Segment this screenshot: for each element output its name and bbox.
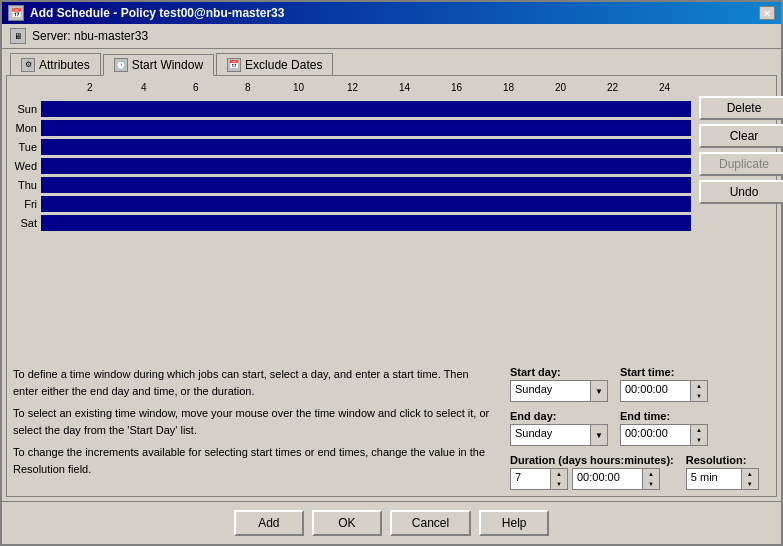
- start-time-group: Start time: 00:00:00 ▲ ▼: [620, 366, 708, 402]
- day-row-fri[interactable]: Fri: [13, 195, 691, 213]
- duration-time-input[interactable]: 00:00:00: [572, 468, 642, 490]
- server-bar: 🖥 Server: nbu-master33: [2, 24, 781, 49]
- day-bar-tue[interactable]: [41, 139, 691, 155]
- help-button[interactable]: Help: [479, 510, 549, 536]
- day-bar-sun[interactable]: [41, 101, 691, 117]
- end-day-arrow[interactable]: ▼: [590, 424, 608, 446]
- duration-time-value: 00:00:00: [577, 471, 620, 483]
- start-time-up[interactable]: ▲: [691, 381, 707, 391]
- exclude-dates-icon: 📅: [227, 58, 241, 72]
- day-row-wed[interactable]: Wed: [13, 157, 691, 175]
- resolution-up[interactable]: ▲: [742, 469, 758, 479]
- day-bar-wed[interactable]: [41, 158, 691, 174]
- duration-days-down[interactable]: ▼: [551, 479, 567, 489]
- day-bar-fri[interactable]: [41, 196, 691, 212]
- tab-exclude-dates-label: Exclude Dates: [245, 58, 322, 72]
- day-row-tue[interactable]: Tue: [13, 138, 691, 156]
- day-bar-thu[interactable]: [41, 177, 691, 193]
- tab-exclude-dates[interactable]: 📅 Exclude Dates: [216, 53, 333, 75]
- end-row: End day: Sunday ▼ End time: 00:00:00: [510, 410, 770, 446]
- tab-start-window-label: Start Window: [132, 58, 203, 72]
- instruction-p3: To change the increments available for s…: [13, 444, 494, 477]
- cancel-button[interactable]: Cancel: [390, 510, 471, 536]
- duration-input-row: 7 ▲ ▼ 00:00:00 ▲ ▼: [510, 468, 674, 490]
- day-bar-mon[interactable]: [41, 120, 691, 136]
- duration-label: Duration (days hours:minutes):: [510, 454, 674, 466]
- start-day-label: Start day:: [510, 366, 608, 378]
- start-row: Start day: Sunday ▼ Start time: 00:0: [510, 366, 770, 402]
- tab-attributes[interactable]: ⚙ Attributes: [10, 53, 101, 75]
- add-button[interactable]: Add: [234, 510, 304, 536]
- start-time-input[interactable]: 00:00:00: [620, 380, 690, 402]
- resolution-down[interactable]: ▼: [742, 479, 758, 489]
- day-row-mon[interactable]: Mon: [13, 119, 691, 137]
- end-time-spin: ▲ ▼: [690, 424, 708, 446]
- start-time-spin: ▲ ▼: [690, 380, 708, 402]
- end-day-select[interactable]: Sunday: [510, 424, 590, 446]
- end-day-input-row: Sunday ▼: [510, 424, 608, 446]
- attributes-icon: ⚙: [21, 58, 35, 72]
- resolution-spin: ▲ ▼: [741, 468, 759, 490]
- title-bar: 📅 Add Schedule - Policy test00@nbu-maste…: [2, 2, 781, 24]
- end-time-down[interactable]: ▼: [691, 435, 707, 445]
- day-label-sat: Sat: [13, 217, 41, 229]
- ok-button[interactable]: OK: [312, 510, 382, 536]
- start-time-down[interactable]: ▼: [691, 391, 707, 401]
- day-label-fri: Fri: [13, 198, 41, 210]
- start-day-select[interactable]: Sunday: [510, 380, 590, 402]
- tabs-row: ⚙ Attributes 🕐 Start Window 📅 Exclude Da…: [2, 49, 781, 75]
- day-row-sun[interactable]: Sun: [13, 100, 691, 118]
- main-section: 2 4 6 8 10 12 14 16 18 20 22 24 Sun: [13, 82, 770, 346]
- day-bar-sat[interactable]: [41, 215, 691, 231]
- end-time-up[interactable]: ▲: [691, 425, 707, 435]
- content-area: 2 4 6 8 10 12 14 16 18 20 22 24 Sun: [6, 75, 777, 497]
- end-day-label: End day:: [510, 410, 608, 422]
- duration-days-input[interactable]: 7: [510, 468, 550, 490]
- instruction-p2: To select an existing time window, move …: [13, 405, 494, 438]
- window-title: Add Schedule - Policy test00@nbu-master3…: [30, 6, 284, 20]
- time-axis: 2 4 6 8 10 12 14 16 18 20 22 24: [41, 82, 691, 98]
- day-row-thu[interactable]: Thu: [13, 176, 691, 194]
- duration-row: Duration (days hours:minutes): 7 ▲ ▼ 00:…: [510, 454, 770, 490]
- time-label-22: 22: [607, 82, 618, 93]
- duration-time-up[interactable]: ▲: [643, 469, 659, 479]
- close-button[interactable]: ✕: [759, 6, 775, 20]
- time-label-2: 2: [87, 82, 93, 93]
- side-buttons: Delete Clear Duplicate Undo: [699, 82, 783, 346]
- time-label-12: 12: [347, 82, 358, 93]
- day-rows: Sun Mon Tue Wed: [13, 100, 691, 232]
- end-time-group: End time: 00:00:00 ▲ ▼: [620, 410, 708, 446]
- time-label-4: 4: [141, 82, 147, 93]
- duration-days-up[interactable]: ▲: [551, 469, 567, 479]
- start-day-input-row: Sunday ▼: [510, 380, 608, 402]
- start-time-value: 00:00:00: [625, 383, 668, 395]
- start-day-group: Start day: Sunday ▼: [510, 366, 608, 402]
- end-time-value: 00:00:00: [625, 427, 668, 439]
- server-icon: 🖥: [10, 28, 26, 44]
- end-time-input[interactable]: 00:00:00: [620, 424, 690, 446]
- delete-button[interactable]: Delete: [699, 96, 783, 120]
- day-label-tue: Tue: [13, 141, 41, 153]
- start-time-input-row: 00:00:00 ▲ ▼: [620, 380, 708, 402]
- resolution-group: Resolution: 5 min ▲ ▼: [686, 454, 759, 490]
- resolution-input[interactable]: 5 min: [686, 468, 741, 490]
- resolution-label: Resolution:: [686, 454, 759, 466]
- tab-start-window[interactable]: 🕐 Start Window: [103, 54, 214, 76]
- time-label-16: 16: [451, 82, 462, 93]
- clear-button[interactable]: Clear: [699, 124, 783, 148]
- time-label-14: 14: [399, 82, 410, 93]
- duration-group: Duration (days hours:minutes): 7 ▲ ▼ 00:…: [510, 454, 674, 490]
- undo-button[interactable]: Undo: [699, 180, 783, 204]
- resolution-input-row: 5 min ▲ ▼: [686, 468, 759, 490]
- duplicate-button[interactable]: Duplicate: [699, 152, 783, 176]
- time-label-10: 10: [293, 82, 304, 93]
- start-day-arrow[interactable]: ▼: [590, 380, 608, 402]
- duration-time-down[interactable]: ▼: [643, 479, 659, 489]
- form-section: Start day: Sunday ▼ Start time: 00:0: [510, 366, 770, 490]
- main-window: 📅 Add Schedule - Policy test00@nbu-maste…: [0, 0, 783, 546]
- server-label: Server: nbu-master33: [32, 29, 148, 43]
- start-day-value: Sunday: [515, 383, 552, 395]
- instructions: To define a time window during which job…: [13, 366, 494, 490]
- time-label-24: 24: [659, 82, 670, 93]
- day-row-sat[interactable]: Sat: [13, 214, 691, 232]
